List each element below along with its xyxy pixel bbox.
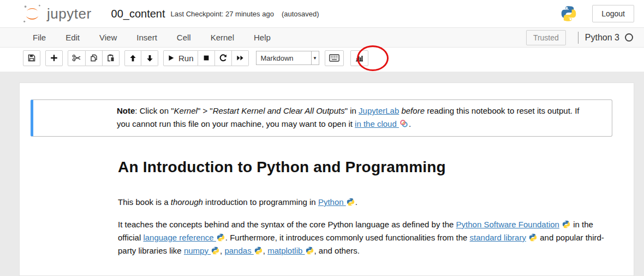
python-icon <box>562 220 570 228</box>
markdown-link[interactable]: pandas <box>224 246 253 255</box>
menubar-right: Trusted Python 3 <box>526 30 633 45</box>
add-cell-icon <box>50 54 58 62</box>
autosave-status: (autosaved) <box>282 10 319 18</box>
bar-chart-button[interactable] <box>350 50 368 66</box>
cell-type-value: Markdown <box>257 51 311 64</box>
menu-cell[interactable]: Cell <box>167 28 201 46</box>
run-label: Run <box>178 54 194 63</box>
description-paragraph: It teaches the concepts behind and the s… <box>118 218 612 257</box>
header: jupyter 00_content Last Checkpoint: 27 m… <box>0 0 644 27</box>
cut-button[interactable] <box>68 50 86 66</box>
notebook-container: Note: Click on "Kernel" > "Restart Kerne… <box>19 83 634 276</box>
cut-icon <box>72 54 81 62</box>
python-kernel-logo-icon <box>560 5 577 22</box>
add-cell-button[interactable] <box>45 50 63 66</box>
menu-help[interactable]: Help <box>244 28 281 46</box>
markdown-link[interactable]: JupyterLab <box>359 106 399 115</box>
python-icon <box>211 246 219 255</box>
markdown-link[interactable]: in the cloud <box>355 119 399 128</box>
markdown-link[interactable]: Python Software Foundation <box>456 220 559 229</box>
move-down-icon <box>146 54 154 62</box>
binder-icon <box>399 119 408 128</box>
python-icon <box>529 233 537 242</box>
note-callout: Note: Click on "Kernel" > "Restart Kerne… <box>31 99 612 137</box>
markdown-link[interactable]: numpy <box>184 246 211 255</box>
menu-file[interactable]: File <box>23 28 56 46</box>
restart-run-all-button[interactable] <box>232 50 249 66</box>
logout-button[interactable]: Logout <box>592 5 634 22</box>
keyboard-icon <box>329 54 339 62</box>
jupyter-wordmark: jupyter <box>47 5 92 22</box>
trusted-badge[interactable]: Trusted <box>526 30 566 45</box>
run-cell-button[interactable]: Run <box>163 50 198 66</box>
jupyter-logo[interactable]: jupyter <box>21 2 92 25</box>
python-icon <box>254 246 263 255</box>
restart-kernel-icon <box>219 54 228 62</box>
menu-kernel[interactable]: Kernel <box>201 28 244 46</box>
checkpoint-status: Last Checkpoint: 27 minutes ago <box>171 10 274 18</box>
copy-icon <box>90 54 98 62</box>
markdown-link[interactable]: matplotlib <box>267 246 305 255</box>
markdown-link[interactable]: language reference <box>143 233 216 242</box>
command-palette-button[interactable] <box>325 50 344 66</box>
python-icon <box>306 246 314 255</box>
chevron-down-icon: ▼ <box>311 51 319 64</box>
markdown-link[interactable]: standard library <box>470 233 526 242</box>
page-title: An Introduction to Python and Programmin… <box>118 158 612 176</box>
paste-icon <box>106 54 115 62</box>
bar-chart-icon <box>355 54 364 62</box>
notebook-title[interactable]: 00_content <box>111 8 165 20</box>
intro-paragraph: This book is a thorough introduction to … <box>118 196 612 209</box>
python-icon <box>347 198 355 206</box>
jupyter-logo-icon <box>21 2 44 25</box>
note-text: Note: Click on "Kernel" > "Restart Kerne… <box>117 106 580 128</box>
move-cell-up-button[interactable] <box>124 50 141 66</box>
kernel-name: Python 3 <box>585 33 619 43</box>
save-button[interactable] <box>23 50 40 66</box>
fast-forward-icon <box>236 54 245 62</box>
kernel-idle-circle-icon <box>625 33 633 42</box>
move-cell-down-button[interactable] <box>141 50 158 66</box>
jupyter-notebook-app: jupyter 00_content Last Checkpoint: 27 m… <box>0 0 644 276</box>
menu-edit[interactable]: Edit <box>56 28 90 46</box>
run-icon <box>168 54 175 62</box>
notebook-scroll-area[interactable]: Note: Click on "Kernel" > "Restart Kerne… <box>0 72 644 276</box>
cell-type-select[interactable]: Markdown ▼ <box>256 51 319 65</box>
python-icon <box>217 233 225 242</box>
copy-button[interactable] <box>86 50 103 66</box>
kernel-divider <box>578 32 579 44</box>
interrupt-kernel-button[interactable] <box>198 50 215 66</box>
paste-button[interactable] <box>103 50 120 66</box>
stop-icon <box>202 54 210 62</box>
menu-insert[interactable]: Insert <box>127 28 167 46</box>
restart-kernel-button[interactable] <box>215 50 232 66</box>
move-up-icon <box>129 54 137 62</box>
menubar: File Edit View Insert Cell Kernel Help T… <box>0 27 644 48</box>
markdown-link[interactable]: Python <box>318 197 346 207</box>
toolbar: Run Markdown ▼ <box>0 48 644 72</box>
menu-view[interactable]: View <box>90 28 127 46</box>
save-icon <box>27 54 36 62</box>
